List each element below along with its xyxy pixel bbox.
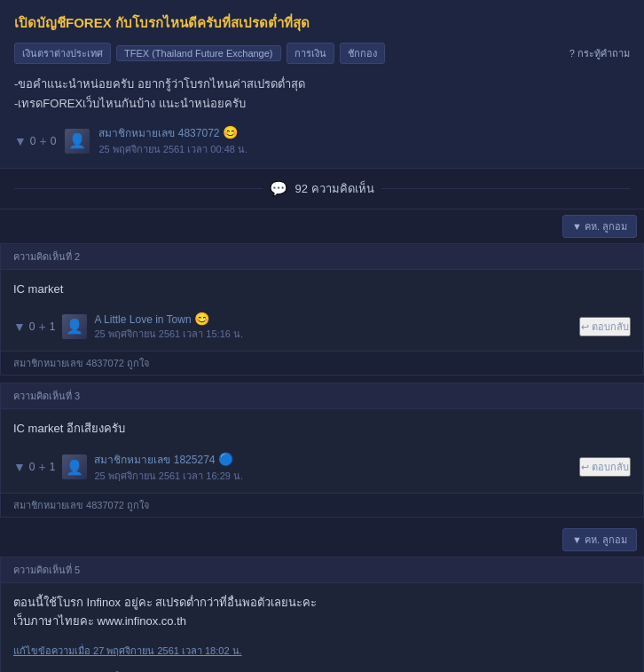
sort-bar-bottom: ▼ คห. ลูกอม bbox=[0, 523, 644, 557]
timestamp-3: 25 พฤศจิกายน 2561 เวลา 16:29 น. bbox=[94, 468, 243, 484]
body-line1: -ขอคำแนะนำหน่อยครับ อยากรู้ว่าโบรกไหนค่า… bbox=[14, 75, 630, 94]
vote-down-btn-3[interactable]: ▼ bbox=[13, 460, 26, 474]
user-info-5: สมาชิกหมายเลข 4547719 27 พฤศจิกายน 2561 … bbox=[94, 668, 243, 672]
comment-body-5: ตอนนี้ใช้โบรก Infinox อยู่คะ สเปรดต่ำกว่… bbox=[1, 583, 643, 672]
reply-btn-3[interactable]: ↩ ตอบกลับ bbox=[579, 457, 631, 477]
avatar-img-3: 👤 bbox=[62, 455, 87, 479]
comment-footer-5: ▼ 0 + 1 😊 สมาชิกหมายเลข 4547719 27 พฤศจิ… bbox=[13, 668, 631, 672]
timestamp: 25 พฤศจิกายน 2561 เวลา 00:48 น. bbox=[98, 141, 247, 157]
avatar-img: 👤 bbox=[65, 129, 90, 154]
user-emoji-3: 🔵 bbox=[218, 452, 233, 466]
tags-row: เงินตราต่างประเทศ TFEX (Thailand Future … bbox=[14, 43, 630, 64]
tag-finance[interactable]: การเงิน bbox=[287, 43, 334, 64]
vote-down-count-3: 0 bbox=[29, 461, 35, 473]
vote-block: ▼ 0 + 0 bbox=[14, 134, 56, 148]
header-section: เปิดบัญชีFOREX กับโบรกไหนดีครับที่สเปรดต… bbox=[0, 0, 644, 169]
comment-block-3: ความคิดเห็นที่ 3 IC market อีกเสียงครับ … bbox=[0, 383, 644, 518]
avatar: 👤 bbox=[65, 129, 90, 154]
edit-link[interactable]: แก้ไขข้อความเมื่อ 27 พฤศจิกายน 2561 เวลา… bbox=[13, 645, 242, 656]
avatar-3: 👤 bbox=[62, 455, 87, 479]
vote-plus-btn-3[interactable]: + bbox=[39, 460, 46, 474]
user-emoji: 😊 bbox=[223, 125, 238, 139]
comment-text-5: ตอนนี้ใช้โบรก Infinox อยู่คะ สเปรดต่ำกว่… bbox=[13, 594, 631, 631]
username-3: สมาชิกหมายเลข 1825274 🔵 bbox=[94, 451, 243, 468]
page-title: เปิดบัญชีFOREX กับโบรกไหนดีครับที่สเปรดต… bbox=[14, 12, 630, 34]
edit-date: 27 พฤศจิกายน 2561 เวลา 18:02 น. bbox=[93, 645, 242, 656]
divider-right bbox=[381, 188, 630, 189]
edit-label: แก้ไขข้อความเมื่อ bbox=[13, 645, 90, 656]
replied-to-3: สมาชิกหมายเลข 4837072 ถูกใจ bbox=[1, 493, 643, 517]
vote-up-count-3: 1 bbox=[50, 461, 56, 473]
comment-text-line1: ตอนนี้ใช้โบรก Infinox อยู่คะ สเปรดต่ำกว่… bbox=[13, 594, 631, 613]
help-link[interactable]: ? กระทู้คำถาม bbox=[569, 45, 630, 61]
vote-block-2: ▼ 0 + 1 bbox=[13, 320, 55, 334]
comment-body-2: IC market ▼ 0 + 1 👤 A Little Love in Tow… bbox=[1, 270, 643, 351]
comment-footer-3: ▼ 0 + 1 👤 สมาชิกหมายเลข 1825274 🔵 25 พฤศ… bbox=[13, 451, 631, 484]
comment-footer-left-3: ▼ 0 + 1 👤 สมาชิกหมายเลข 1825274 🔵 25 พฤศ… bbox=[13, 451, 243, 484]
vote-down-btn-2[interactable]: ▼ bbox=[13, 320, 26, 334]
sort-bar-top: ▼ คห. ลูกอม bbox=[0, 210, 644, 243]
divider-left bbox=[14, 188, 263, 189]
comments-bar: 💬 92 ความคิดเห็น bbox=[0, 169, 644, 210]
edit-notice: แก้ไขข้อความเมื่อ 27 พฤศจิกายน 2561 เวลา… bbox=[13, 643, 631, 659]
comment-body-3: IC market อีกเสียงครับ ▼ 0 + 1 👤 สมาชิกห… bbox=[1, 409, 643, 493]
user-info-3: สมาชิกหมายเลข 1825274 🔵 25 พฤศจิกายน 256… bbox=[94, 451, 243, 484]
comment-footer-left-2: ▼ 0 + 1 👤 A Little Love in Town 😊 25 พฤศ… bbox=[13, 312, 243, 342]
reply-btn-2[interactable]: ↩ ตอบกลับ bbox=[579, 317, 631, 336]
comment-text-3: IC market อีกเสียงครับ bbox=[13, 420, 631, 439]
vote-up-count: 0 bbox=[51, 135, 57, 147]
comment-header-5: ความคิดเห็นที่ 5 bbox=[1, 557, 643, 583]
sort-button-top[interactable]: ▼ คห. ลูกอม bbox=[562, 215, 637, 238]
header-footer: ▼ 0 + 0 👤 สมาชิกหมายเลข 4837072 😊 25 พฤศ… bbox=[14, 124, 630, 157]
tag-tfex[interactable]: TFEX (Thailand Future Exchange) bbox=[116, 45, 281, 61]
header-body: -ขอคำแนะนำหน่อยครับ อยากรู้ว่าโบรกไหนค่า… bbox=[14, 75, 630, 114]
vote-plus-btn-2[interactable]: + bbox=[39, 320, 46, 334]
comment-footer-left-5: ▼ 0 + 1 😊 สมาชิกหมายเลข 4547719 27 พฤศจิ… bbox=[13, 668, 243, 672]
user-info: สมาชิกหมายเลข 4837072 😊 25 พฤศจิกายน 256… bbox=[98, 124, 247, 157]
sort-button-bottom[interactable]: ▼ คห. ลูกอม bbox=[562, 528, 637, 551]
comment-text-line2: เว็บภาษาไทยคะ www.infinox.co.th bbox=[13, 613, 631, 631]
vote-block-3: ▼ 0 + 1 bbox=[13, 460, 55, 474]
replied-to-2: สมาชิกหมายเลข 4837072 ถูกใจ bbox=[1, 351, 643, 375]
username-5: สมาชิกหมายเลข 4547719 bbox=[94, 668, 243, 672]
user-info-2: A Little Love in Town 😊 25 พฤศจิกายน 256… bbox=[94, 312, 243, 342]
vote-down-count: 0 bbox=[30, 135, 36, 147]
body-line2: -เทรดFOREXเว็บไหนกันบ้าง แนะนำหน่อยครับ bbox=[14, 94, 630, 114]
comment-text-2: IC market bbox=[13, 281, 631, 299]
comments-count: 92 ความคิดเห็น bbox=[295, 179, 373, 198]
comment-icon: 💬 bbox=[270, 180, 287, 197]
comment-block-2: ความคิดเห็นที่ 2 IC market ▼ 0 + 1 👤 A L… bbox=[0, 243, 644, 376]
timestamp-2: 25 พฤศจิกายน 2561 เวลา 15:16 น. bbox=[94, 326, 243, 342]
vote-plus-btn[interactable]: + bbox=[40, 134, 47, 148]
tag-forex[interactable]: เงินตราต่างประเทศ bbox=[14, 43, 111, 64]
vote-up-count-2: 1 bbox=[50, 320, 56, 333]
comment-header-2: ความคิดเห็นที่ 2 bbox=[1, 244, 643, 270]
user-emoji-2: 😊 bbox=[194, 312, 209, 326]
comment-footer-2: ▼ 0 + 1 👤 A Little Love in Town 😊 25 พฤศ… bbox=[13, 312, 631, 342]
comment-block-5: ความคิดเห็นที่ 5 ตอนนี้ใช้โบรก Infinox อ… bbox=[0, 557, 644, 672]
tag-invest[interactable]: ชักกอง bbox=[340, 43, 385, 64]
avatar-2: 👤 bbox=[62, 314, 87, 339]
username-2: A Little Love in Town 😊 bbox=[94, 312, 243, 326]
vote-down-btn[interactable]: ▼ bbox=[14, 134, 27, 148]
avatar-img-2: 👤 bbox=[62, 314, 87, 339]
comment-header-3: ความคิดเห็นที่ 3 bbox=[1, 383, 643, 409]
username: สมาชิกหมายเลข 4837072 😊 bbox=[98, 124, 247, 141]
vote-down-count-2: 0 bbox=[29, 320, 35, 333]
